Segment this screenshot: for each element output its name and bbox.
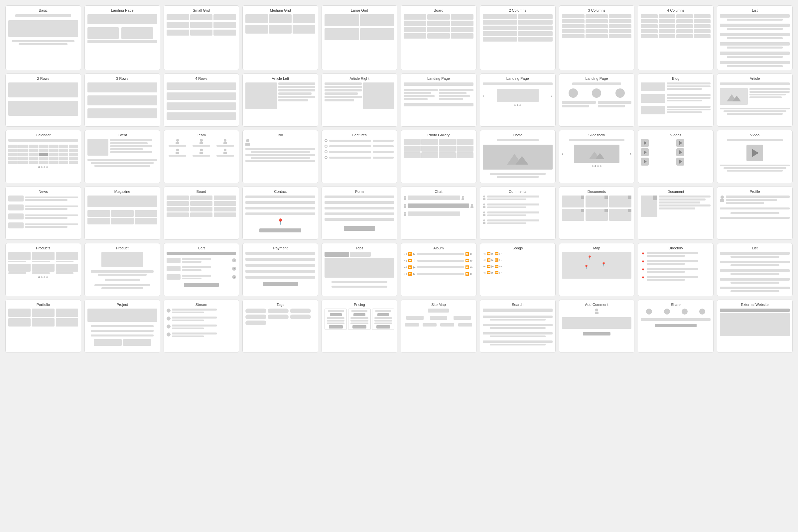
card-preview-blog xyxy=(641,82,710,124)
card-board[interactable]: Board xyxy=(401,5,476,70)
card-project[interactable]: Project xyxy=(84,300,160,353)
card-map[interactable]: Map📍📍📍 xyxy=(559,243,635,296)
card-title-calendar: Calendar xyxy=(36,133,51,137)
card-title-small-grid: Small Grid xyxy=(193,8,210,12)
card-magazine[interactable]: Magazine xyxy=(84,187,160,240)
card-photo[interactable]: Photo xyxy=(480,130,556,183)
card-news[interactable]: News xyxy=(5,187,81,240)
card-team[interactable]: Team xyxy=(164,130,240,183)
card-document[interactable]: Document xyxy=(638,187,714,240)
card-article-right[interactable]: Article Right xyxy=(322,74,397,127)
card-4-rows[interactable]: 4 Rows xyxy=(164,74,240,127)
card-board2[interactable]: Board xyxy=(164,187,240,240)
card-documents[interactable]: Documents xyxy=(559,187,635,240)
card-video[interactable]: Video xyxy=(717,130,793,183)
card-title-share: Share xyxy=(671,303,681,307)
card-title-site-map: Site Map xyxy=(431,303,445,307)
card-preview-product xyxy=(88,252,157,293)
card-preview-4-columns xyxy=(641,14,710,67)
card-title-landing-page-4: Landing Page xyxy=(586,76,608,80)
card-search[interactable]: Search xyxy=(480,300,556,353)
card-preview-add-comment xyxy=(562,308,632,350)
card-3-rows[interactable]: 3 Rows xyxy=(84,74,160,127)
card-preview-directory: 📍📍📍📍 xyxy=(641,252,710,293)
card-tabs[interactable]: Tabs xyxy=(322,243,397,296)
card-slideshow[interactable]: Slideshow‹› xyxy=(559,130,635,183)
card-preview-landing-page-1 xyxy=(88,14,157,67)
card-album[interactable]: Album⏮⏪▶⏩⏭⏮⏪⏸⏩⏭⏮⏪▶⏩⏭⏮⏪▶⏩⏭ xyxy=(401,243,476,296)
card-site-map[interactable]: Site Map xyxy=(401,300,476,353)
card-preview-3-columns xyxy=(562,14,632,67)
card-title-video: Video xyxy=(750,133,759,137)
card-contact[interactable]: Contact📍 xyxy=(242,187,318,240)
card-2-columns[interactable]: 2 Columns xyxy=(480,5,556,70)
card-comments[interactable]: Comments xyxy=(480,187,556,240)
card-preview-comments xyxy=(483,195,553,237)
card-preview-cart: ××× xyxy=(167,252,236,293)
card-title-landing-page-3: Landing Page xyxy=(507,76,529,80)
card-product[interactable]: Product xyxy=(84,243,160,296)
card-large-grid[interactable]: Large Grid xyxy=(322,5,397,70)
card-blog[interactable]: Blog xyxy=(638,74,714,127)
card-landing-page-4[interactable]: Landing Page xyxy=(559,74,635,127)
card-preview-tags xyxy=(245,308,315,350)
card-calendar[interactable]: Calendar xyxy=(5,130,81,183)
card-title-2-rows: 2 Rows xyxy=(37,76,50,80)
card-title-album: Album xyxy=(433,246,443,250)
card-landing-page-1[interactable]: Landing Page xyxy=(84,5,160,70)
card-chat[interactable]: Chat xyxy=(401,187,476,240)
card-preview-map: 📍📍📍 xyxy=(562,252,632,293)
card-title-cart: Cart xyxy=(198,246,205,250)
card-title-videos: Videos xyxy=(670,133,681,137)
card-videos[interactable]: Videos xyxy=(638,130,714,183)
card-event[interactable]: Event xyxy=(84,130,160,183)
card-bio[interactable]: Bio xyxy=(242,130,318,183)
card-preview-4-rows xyxy=(167,82,236,124)
card-portfolio[interactable]: Portfolio xyxy=(5,300,81,353)
card-photo-gallery[interactable]: Photo Gallery xyxy=(401,130,476,183)
card-add-comment[interactable]: Add Comment xyxy=(559,300,635,353)
card-medium-grid[interactable]: Medium Grid xyxy=(242,5,318,70)
card-pricing[interactable]: Pricing xyxy=(322,300,397,353)
card-form[interactable]: Form xyxy=(322,187,397,240)
card-title-tabs: Tabs xyxy=(356,246,363,250)
card-title-basic: Basic xyxy=(39,8,48,12)
card-preview-list-2 xyxy=(720,252,790,293)
card-tags[interactable]: Tags xyxy=(242,300,318,353)
card-cart[interactable]: Cart××× xyxy=(164,243,240,296)
card-2-rows[interactable]: 2 Rows xyxy=(5,74,81,127)
card-products[interactable]: Products xyxy=(5,243,81,296)
card-stream[interactable]: Stream xyxy=(164,300,240,353)
card-preview-board2 xyxy=(167,195,236,237)
card-preview-team xyxy=(167,139,236,180)
card-basic[interactable]: Basic xyxy=(5,5,81,70)
card-preview-landing-page-3: ‹› xyxy=(483,82,553,124)
card-3-columns[interactable]: 3 Columns xyxy=(559,5,635,70)
card-preview-video xyxy=(720,139,790,180)
card-list-1[interactable]: List xyxy=(717,5,793,70)
card-songs[interactable]: Songs⏮⏪▶⏩⏭⏮⏪▶⏩⏭⏮⏪▶⏩⏭⏮⏪▶⏩⏭ xyxy=(480,243,556,296)
card-preview-article-right xyxy=(324,82,394,124)
card-landing-page-2[interactable]: Landing Page xyxy=(401,74,476,127)
card-preview-profile xyxy=(720,195,790,237)
card-preview-tabs xyxy=(324,252,394,293)
layout-grid: BasicLanding PageSmall GridMedium GridLa… xyxy=(5,5,793,353)
card-title-profile: Profile xyxy=(750,190,760,193)
card-profile[interactable]: Profile xyxy=(717,187,793,240)
card-share[interactable]: Share xyxy=(638,300,714,353)
card-payment[interactable]: Payment xyxy=(242,243,318,296)
card-preview-bio xyxy=(245,139,315,180)
card-title-photo-gallery: Photo Gallery xyxy=(428,133,450,137)
card-4-columns[interactable]: 4 Columns xyxy=(638,5,714,70)
card-landing-page-3[interactable]: Landing Page‹› xyxy=(480,74,556,127)
card-features[interactable]: Features xyxy=(322,130,397,183)
card-preview-search xyxy=(483,308,553,350)
card-article[interactable]: Article xyxy=(717,74,793,127)
card-directory[interactable]: Directory📍📍📍📍 xyxy=(638,243,714,296)
card-title-add-comment: Add Comment xyxy=(585,303,608,307)
card-title-songs: Songs xyxy=(512,246,523,250)
card-small-grid[interactable]: Small Grid xyxy=(164,5,240,70)
card-external-website[interactable]: External Website xyxy=(717,300,793,353)
card-list-2[interactable]: List xyxy=(717,243,793,296)
card-article-left[interactable]: Article Left xyxy=(242,74,318,127)
